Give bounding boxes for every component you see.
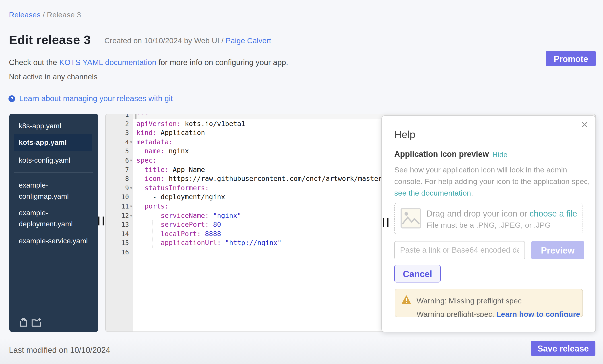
sidebar-file-kots-app.yaml[interactable]: kots-app.yaml [14,134,92,151]
help-description-line2: console. For help adding your icon to th… [394,176,590,188]
fold-arrow-icon[interactable]: ▼ [129,184,133,193]
help-description-line1: See how your application icon will look … [394,165,567,176]
line-number: 2 [106,119,129,129]
line-number: 12 [106,211,129,220]
breadcrumb: Releases / Release 3 [9,11,81,20]
line-number: 6 [106,156,129,165]
indent-guide [152,220,153,248]
line-number: 3 [106,128,129,138]
fold-arrow-icon[interactable]: ▼ [129,211,133,220]
code-line: applicationUrl: "http://nginx" [137,239,281,248]
warning-triangle-icon [402,295,411,306]
icon-dropzone[interactable]: Drag and drop your icon or choose a file… [394,203,582,234]
line-number: 13 [106,220,129,230]
fold-arrow-icon[interactable]: ▼ [129,156,133,165]
icon-preview-section-title: Application icon preview [394,150,489,159]
code-line: ports: [137,202,169,211]
code-line: metadata: [137,138,173,147]
code-line: - serviceName: "nginx" [137,211,241,220]
hide-link[interactable]: Hide [492,151,508,159]
code-line: title: App Name [137,165,205,175]
code-line: statusInformers: [137,184,209,193]
cancel-button[interactable]: Cancel [394,265,441,282]
git-help-row: ?Learn about managing your releases with… [9,94,173,103]
sidebar-divider-top [14,172,93,172]
help-panel-title: Help [394,129,416,141]
resize-bar-icon [98,217,99,225]
line-number: 11 [106,202,129,211]
line-number: 7 [106,165,129,175]
git-releases-link[interactable]: Learn about managing your releases with … [19,94,173,103]
preflight-warning-box: Warning: Missing preflight spec Warning … [395,289,583,317]
created-by-link[interactable]: Paige Calvert [226,36,271,45]
breadcrumb-current: Release 3 [47,11,81,19]
question-circle-icon: ? [9,95,15,102]
docs-hint: Check out the KOTS YAML documentation fo… [9,58,288,67]
line-number: 5 [106,147,129,156]
warning-detail-text: Warning preflight-spec. [417,310,496,317]
code-line: icon: https://raw.githubusercontent.com/… [137,174,386,184]
icon-url-input[interactable] [394,241,525,259]
line-number: 15 [106,239,129,248]
last-modified-text: Last modified on 10/10/2024 [9,346,110,355]
dropzone-text: Drag and drop your icon or choose a file [426,209,577,219]
image-placeholder-icon [401,208,421,229]
warning-title: Warning: Missing preflight spec [417,297,522,306]
code-line: kind: Application [137,128,205,138]
code-line: servicePort: 80 [137,220,221,230]
code-line: localPort: 8888 [137,230,221,239]
channel-status: Not active in any channels [9,73,97,82]
code-line: name: nginx [137,147,189,156]
created-text: Created on 10/10/2024 by Web UI / [104,36,226,45]
line-number: 14 [106,230,129,239]
help-panel: ✕ Help Application icon preview Hide See… [381,115,596,332]
line-number: 9 [106,184,129,193]
editor-gutter: 1234▼56▼789▼1011▼12▼13141516 [106,114,133,331]
line-number: 4 [106,138,129,147]
resize-bar-icon [383,218,384,227]
learn-how-to-configure-link[interactable]: Learn how to configure [496,310,580,317]
choose-file-link[interactable]: choose a file [530,209,577,218]
fold-arrow-icon[interactable]: ▼ [129,202,133,211]
help-description-line3: see the documentation. [394,188,473,199]
close-icon[interactable]: ✕ [581,120,588,129]
sidebar-file-example-service.yaml[interactable]: example-service.yaml [14,235,92,246]
fold-arrow-icon[interactable]: ▼ [129,138,133,147]
new-folder-icon[interactable] [31,317,41,328]
preview-button[interactable]: Preview [531,241,584,259]
code-line: spec: [137,156,157,165]
promote-button[interactable]: Promote [546,51,596,66]
sidebar-file-example-deployment.yaml[interactable]: example-deployment.yaml [14,207,92,230]
docs-hint-suffix: for more info on configuring your app. [156,58,288,67]
line-number: 10 [106,193,129,202]
line-number: 8 [106,174,129,184]
page-title: Edit release 3 [9,33,91,47]
code-line: --- [137,114,149,119]
new-file-icon[interactable] [18,317,29,328]
resize-bar-icon [387,218,388,227]
dropzone-text-prefix: Drag and drop your icon or [426,209,530,218]
file-sidebar: k8s-app.yamlkots-app.yamlkots-config.yam… [9,114,98,332]
docs-hint-prefix: Check out the [9,58,59,67]
code-line: apiVersion: kots.io/v1beta1 [137,119,245,129]
sentence-period: . [471,189,473,197]
dropzone-file-hint: File must be a .PNG, .JPEG, or .JPG [426,221,551,230]
resize-bar-icon [103,217,104,225]
created-line: Created on 10/10/2024 by Web UI / Paige … [104,36,271,45]
sidebar-divider-bottom [14,314,93,314]
line-number: 16 [106,248,129,257]
warning-detail: Warning preflight-spec. Learn how to con… [417,310,580,317]
sidebar-file-example-configmap.yaml[interactable]: example-configmap.yaml [14,179,92,202]
breadcrumb-releases-link[interactable]: Releases [9,11,41,19]
code-line: - deployment/nginx [137,193,225,202]
see-documentation-link[interactable]: see the documentation [394,189,471,197]
breadcrumb-separator: / [41,11,47,19]
save-release-button[interactable]: Save release [531,341,595,356]
sidebar-file-k8s-app.yaml[interactable]: k8s-app.yaml [14,120,92,132]
line-number: 1 [106,114,129,119]
kots-yaml-docs-link[interactable]: KOTS YAML documentation [59,58,156,67]
sidebar-file-kots-config.yaml[interactable]: kots-config.yaml [14,154,92,166]
